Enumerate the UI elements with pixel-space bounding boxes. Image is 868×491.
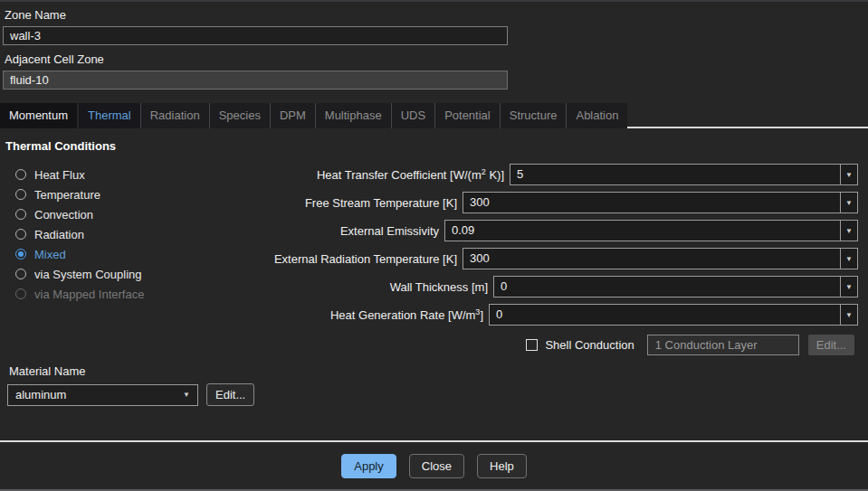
field-value[interactable]: 0 — [490, 305, 840, 325]
close-button[interactable]: Close — [409, 454, 464, 478]
external-radiation-temperature-input[interactable]: 300 ▼ — [463, 248, 858, 269]
footer-button-bar: Apply Close Help — [0, 442, 868, 489]
dropdown-arrow-icon[interactable]: ▼ — [840, 221, 857, 241]
heat-transfer-coefficient-label: Heat Transfer Coefficient [W/(m2 K)] — [317, 167, 504, 182]
radio-label: Convection — [34, 208, 93, 222]
external-emissivity-label: External Emissivity — [340, 224, 439, 238]
tab-momentum[interactable]: Momentum — [0, 103, 77, 128]
tab-structure: Structure — [500, 103, 567, 128]
dropdown-arrow-icon[interactable]: ▼ — [840, 193, 857, 212]
field-value[interactable]: 0.09 — [445, 221, 840, 241]
wall-thickness-label: Wall Thickness [m] — [390, 280, 488, 294]
shell-conduction-row: Shell Conduction 1 Conduction Layer Edit… — [262, 335, 868, 355]
thermal-conditions-radio-group: Heat Flux Temperature Convection Radiati… — [0, 162, 262, 355]
radio-convection[interactable]: Convection — [15, 204, 262, 224]
radio-button-icon — [15, 288, 26, 299]
radio-button-selected-icon — [15, 249, 26, 260]
zone-name-label: Zone Name — [5, 8, 868, 22]
material-name-dropdown[interactable]: aluminum ▼ — [7, 384, 198, 406]
adjacent-cell-zone-field — [3, 71, 508, 90]
radio-temperature[interactable]: Temperature — [15, 184, 262, 204]
material-name-label: Material Name — [9, 364, 868, 378]
adjacent-cell-zone-label: Adjacent Cell Zone — [5, 52, 868, 66]
tab-bar-filler — [627, 103, 868, 128]
radio-button-icon — [15, 229, 26, 240]
apply-button[interactable]: Apply — [341, 454, 396, 478]
zone-name-input[interactable] — [3, 26, 508, 45]
tab-multiphase: Multiphase — [315, 103, 391, 128]
external-radiation-temperature-label: External Radiation Temperature [K] — [274, 252, 457, 266]
dropdown-arrow-icon[interactable]: ▼ — [840, 249, 857, 269]
shell-conduction-edit-button: Edit... — [808, 335, 854, 355]
radio-label: via System Coupling — [34, 268, 142, 281]
shell-conduction-checkbox[interactable] — [526, 339, 538, 351]
radio-button-icon — [15, 209, 26, 220]
radio-heat-flux[interactable]: Heat Flux — [15, 165, 262, 184]
radio-via-mapped-interface: via Mapped Interface — [15, 284, 262, 304]
radio-button-icon — [15, 269, 26, 279]
zone-header-section: Zone Name Adjacent Cell Zone — [0, 2, 868, 97]
free-stream-temperature-label: Free Stream Temperature [K] — [305, 196, 457, 210]
material-section: Material Name aluminum ▼ Edit... — [7, 364, 868, 406]
tab-radiation: Radiation — [140, 103, 209, 128]
radio-label: Heat Flux — [34, 168, 85, 182]
tab-species: Species — [209, 103, 270, 128]
field-row-external-radiation-temperature: External Radiation Temperature [K] 300 ▼ — [262, 248, 868, 269]
external-emissivity-input[interactable]: 0.09 ▼ — [444, 220, 858, 241]
free-stream-temperature-input[interactable]: 300 ▼ — [463, 192, 858, 213]
radio-radiation[interactable]: Radiation — [15, 224, 262, 244]
material-edit-button[interactable]: Edit... — [206, 383, 254, 406]
field-row-heat-transfer-coefficient: Heat Transfer Coefficient [W/(m2 K)] 5 ▼ — [262, 164, 868, 185]
radio-button-icon — [15, 169, 26, 180]
thermal-tab-panel: Thermal Conditions Heat Flux Temperature… — [0, 128, 868, 440]
field-value[interactable]: 300 — [463, 249, 840, 269]
tab-thermal[interactable]: Thermal — [79, 103, 140, 128]
tab-uds: UDS — [391, 103, 434, 128]
dropdown-arrow-icon[interactable]: ▼ — [840, 277, 857, 297]
field-value[interactable]: 5 — [510, 165, 840, 184]
thermal-conditions-heading: Thermal Conditions — [5, 139, 868, 153]
heat-generation-rate-label: Heat Generation Rate [W/m3] — [330, 307, 483, 322]
field-value[interactable]: 0 — [494, 277, 840, 297]
radio-label: via Mapped Interface — [34, 288, 144, 301]
thermal-fields: Heat Transfer Coefficient [W/(m2 K)] 5 ▼… — [262, 162, 868, 355]
dropdown-arrow-icon[interactable]: ▼ — [840, 305, 857, 325]
conduction-layers-field: 1 Conduction Layer — [647, 335, 799, 355]
tab-bar: Momentum Thermal Radiation Species DPM M… — [0, 103, 868, 128]
shell-conduction-label: Shell Conduction — [545, 338, 634, 352]
field-row-heat-generation-rate: Heat Generation Rate [W/m3] 0 ▼ — [262, 304, 868, 326]
material-name-value[interactable]: aluminum — [8, 388, 183, 401]
radio-label: Temperature — [34, 188, 100, 202]
radio-mixed[interactable]: Mixed — [15, 244, 262, 264]
field-value[interactable]: 300 — [463, 193, 840, 212]
tab-ablation: Ablation — [566, 103, 627, 128]
radio-via-system-coupling[interactable]: via System Coupling — [15, 264, 262, 284]
dropdown-arrow-icon[interactable]: ▼ — [183, 391, 190, 399]
dropdown-arrow-icon[interactable]: ▼ — [840, 165, 857, 184]
heat-generation-rate-input[interactable]: 0 ▼ — [489, 304, 858, 326]
tab-dpm: DPM — [270, 103, 315, 128]
field-row-external-emissivity: External Emissivity 0.09 ▼ — [262, 220, 868, 241]
help-button[interactable]: Help — [477, 454, 527, 478]
radio-button-icon — [15, 189, 26, 200]
tab-potential: Potential — [434, 103, 500, 128]
field-row-wall-thickness: Wall Thickness [m] 0 ▼ — [262, 276, 868, 297]
wall-thickness-input[interactable]: 0 ▼ — [493, 276, 858, 297]
field-row-free-stream-temperature: Free Stream Temperature [K] 300 ▼ — [262, 192, 868, 213]
heat-transfer-coefficient-input[interactable]: 5 ▼ — [510, 164, 858, 185]
radio-label: Mixed — [34, 248, 66, 261]
radio-label: Radiation — [34, 228, 84, 241]
